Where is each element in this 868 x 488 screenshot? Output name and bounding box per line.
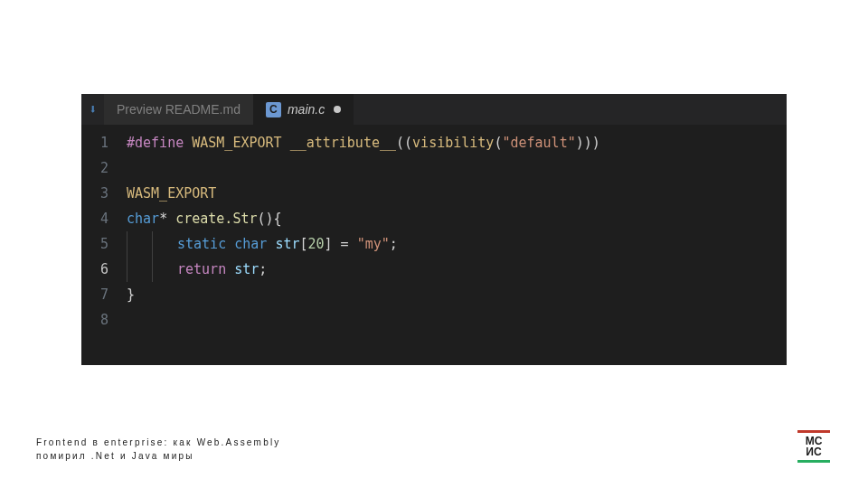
code-line: char* create.Str(){ — [127, 206, 787, 231]
code-line: return str; — [127, 257, 787, 282]
mcc-logo-icon: MC ИС — [797, 430, 830, 463]
tab-main-c[interactable]: C main.c — [253, 94, 354, 125]
line-number: 3 — [81, 181, 108, 206]
code-line: #define WASM_EXPORT __attribute__((visib… — [127, 130, 787, 155]
line-number: 8 — [81, 307, 108, 333]
line-number-gutter: 1 2 3 4 5 6 7 8 — [81, 130, 121, 365]
tab-bar: ⬇ Preview README.md C main.c — [81, 94, 787, 125]
code-line: static char str[20] = "my"; — [127, 231, 787, 257]
code-editor: ⬇ Preview README.md C main.c 1 2 3 4 5 6… — [81, 94, 787, 365]
line-number: 2 — [81, 155, 108, 181]
line-number: 4 — [81, 206, 108, 231]
code-line: WASM_EXPORT — [127, 181, 787, 206]
line-number: 6 — [81, 257, 108, 282]
footer-line: Frontend в enterprise: как Web.Assembly — [36, 436, 281, 449]
line-number: 7 — [81, 282, 108, 307]
c-language-icon: C — [266, 102, 281, 117]
code-line: } — [127, 282, 787, 307]
tab-label: main.c — [288, 102, 325, 117]
slide-footer: Frontend в enterprise: как Web.Assembly … — [36, 436, 281, 463]
code-line — [127, 307, 787, 333]
code-content[interactable]: #define WASM_EXPORT __attribute__((visib… — [121, 130, 787, 365]
logo-text-bot: ИС — [806, 446, 821, 457]
unsaved-indicator-icon — [334, 106, 341, 113]
line-number: 1 — [81, 130, 108, 155]
code-line — [127, 155, 787, 181]
tab-preview-readme[interactable]: Preview README.md — [104, 94, 253, 125]
footer-line: помирил .Net и Java миры — [36, 449, 281, 463]
arrow-down-icon[interactable]: ⬇ — [81, 94, 104, 125]
tab-label: Preview README.md — [117, 102, 241, 117]
code-area[interactable]: 1 2 3 4 5 6 7 8 #define WASM_EXPORT __at… — [81, 125, 787, 365]
line-number: 5 — [81, 231, 108, 257]
